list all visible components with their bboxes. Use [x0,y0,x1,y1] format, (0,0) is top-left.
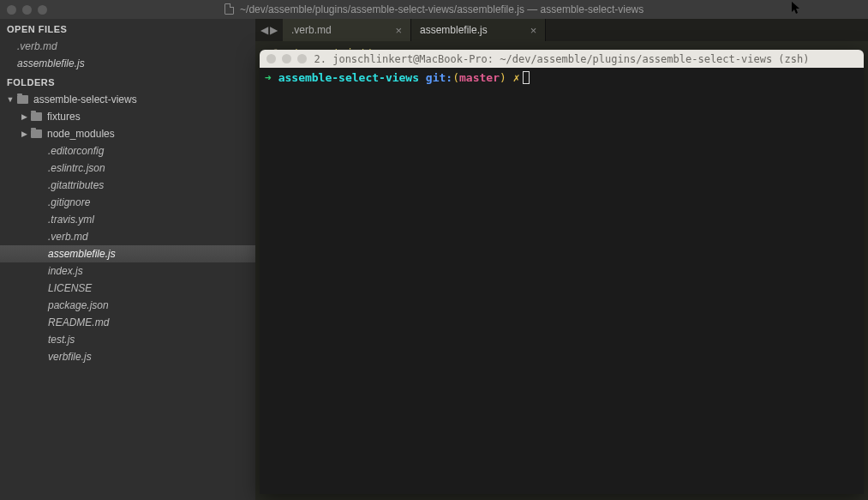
file-item[interactable]: .gitattributes [0,177,255,194]
tab-verb-md[interactable]: .verb.md × [283,19,411,41]
tab-label: assemblefile.js [420,24,488,36]
file-item[interactable]: LICENSE [0,280,255,297]
disclosure-right-icon: ▶ [19,130,29,138]
close-window-button[interactable] [7,5,16,15]
close-icon[interactable]: × [530,24,537,37]
terminal-body[interactable]: ➜ assemble-select-views git: ( master ) … [260,68,864,494]
tab-nav: ◀ ▶ [255,19,283,41]
file-item[interactable]: .editorconfig [0,142,255,160]
prompt-dirty-flag-icon: ✗ [513,71,520,84]
folders-header: FOLDERS [0,72,255,91]
prompt-branch: master [459,71,500,84]
file-item[interactable]: .eslintrc.json [0,160,255,177]
prompt-paren-open: ( [452,71,459,84]
folder-root-label: assemble-select-views [33,93,137,105]
file-item[interactable]: README.md [0,314,255,331]
tab-assemblefile[interactable]: assemblefile.js × [411,19,546,41]
open-files-header: OPEN FILES [0,19,255,38]
folder-item[interactable]: ▶ node_modules [0,125,255,142]
prompt-git-label: git: [426,71,452,84]
file-icon [224,3,234,15]
prompt-dir: assemble-select-views [278,71,419,84]
tab-nav-back-icon[interactable]: ◀ [260,24,268,36]
tab-nav-forward-icon[interactable]: ▶ [270,24,278,36]
minimize-window-button[interactable] [22,5,32,15]
file-item[interactable]: index.js [0,262,255,280]
terminal-titlebar: 2. jonschlinkert@MacBook-Pro: ~/dev/asse… [260,50,864,68]
close-icon[interactable]: × [395,24,402,37]
window-title-text: ~/dev/assemble/plugins/assemble-select-v… [240,3,644,15]
disclosure-right-icon: ▶ [19,112,29,121]
folder-icon [17,95,28,104]
folder-label: fixtures [47,111,81,123]
folder-item[interactable]: ▶ fixtures [0,108,255,125]
zoom-window-button[interactable] [38,5,47,15]
tab-bar: ◀ ▶ .verb.md × assemblefile.js × [255,19,868,41]
folder-root[interactable]: ▼ assemble-select-views [0,91,255,108]
tab-label: .verb.md [291,24,332,36]
open-file-item[interactable]: assemblefile.js [0,55,255,72]
disclosure-down-icon: ▼ [5,95,15,104]
file-item[interactable]: .travis.yml [0,211,255,228]
file-item[interactable]: package.json [0,297,255,314]
terminal-window: 2. jonschlinkert@MacBook-Pro: ~/dev/asse… [260,50,864,494]
file-item-selected[interactable]: assemblefile.js [0,245,255,262]
file-item[interactable]: .gitignore [0,194,255,211]
file-item[interactable]: .verb.md [0,228,255,245]
terminal-cursor [523,71,530,84]
file-item[interactable]: verbfile.js [0,348,255,365]
terminal-prompt: ➜ assemble-select-views git: ( master ) … [265,71,859,84]
file-item[interactable]: test.js [0,331,255,348]
traffic-lights [7,5,47,15]
open-file-item[interactable]: .verb.md [0,38,255,55]
prompt-paren-close: ) [500,71,506,84]
folder-icon [31,112,42,121]
window-title: ~/dev/assemble/plugins/assemble-select-v… [0,3,868,15]
terminal-title: 2. jonschlinkert@MacBook-Pro: ~/dev/asse… [260,53,864,65]
prompt-arrow-icon: ➜ [265,71,272,84]
sidebar: OPEN FILES .verb.md assemblefile.js FOLD… [0,19,255,500]
folder-icon [31,130,42,138]
window-titlebar: ~/dev/assemble/plugins/assemble-select-v… [0,0,868,19]
folder-label: node_modules [47,128,115,140]
